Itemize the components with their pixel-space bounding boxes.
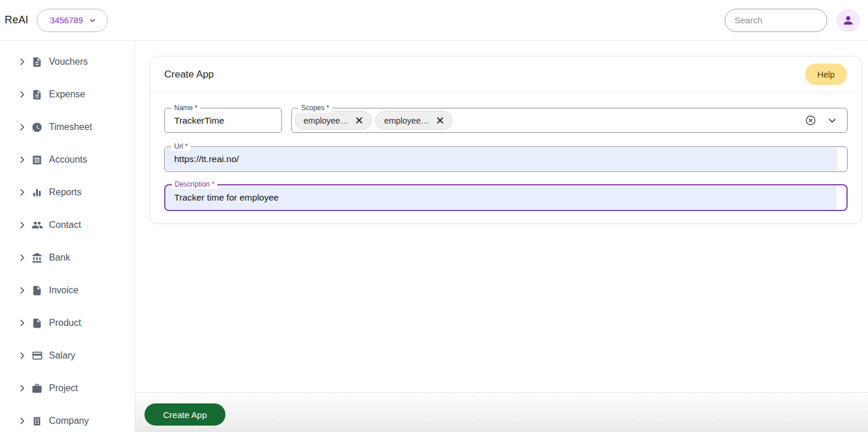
chevron-down-icon[interactable] (827, 115, 838, 126)
file-icon (31, 318, 43, 329)
url-field-label: Url * (171, 142, 190, 151)
user-avatar-icon (842, 14, 855, 27)
app-window: ReAI 3456789 Vouchers Expense (0, 0, 868, 432)
sidebar-item-label: Vouchers (49, 57, 88, 67)
document-icon (31, 89, 43, 100)
file-icon (31, 285, 43, 296)
sidebar-item-invoice[interactable]: Invoice (0, 274, 135, 307)
briefcase-icon (31, 383, 43, 394)
sidebar-item-label: Accounts (49, 154, 87, 165)
sidebar-item-product[interactable]: Product (0, 307, 135, 339)
main-content: Create App Help Name * Scopes * employee… (135, 41, 868, 432)
sidebar-item-label: Company (49, 416, 89, 426)
sidebar-item-label: Salary (49, 350, 75, 361)
credit-card-icon (31, 350, 43, 361)
close-icon[interactable] (354, 115, 364, 125)
chevron-right-icon (17, 57, 27, 66)
clear-circle-icon[interactable] (805, 114, 817, 127)
chevron-right-icon (17, 286, 27, 295)
app-logo: ReAI (5, 14, 29, 26)
chevron-right-icon (17, 188, 27, 197)
card-header: Create App Help (150, 57, 862, 93)
name-field: Name * (164, 108, 282, 133)
url-field: Url * (164, 146, 848, 172)
card-body: Name * Scopes * employee… employee… (150, 93, 862, 211)
description-field: Description * (164, 184, 848, 211)
building-icon (31, 416, 43, 427)
search-input[interactable] (735, 15, 817, 25)
chevron-right-icon (17, 253, 27, 262)
sidebar-item-label: Contact (49, 220, 81, 230)
account-number: 3456789 (50, 16, 83, 25)
sidebar-item-accounts[interactable]: Accounts (0, 143, 135, 176)
name-field-label: Name * (171, 104, 200, 113)
create-app-card: Create App Help Name * Scopes * employee… (150, 56, 862, 224)
action-footer: Create App (135, 392, 868, 432)
chevron-right-icon (17, 122, 27, 132)
sidebar-item-label: Project (49, 383, 78, 394)
scope-chip[interactable]: employee… (295, 111, 372, 130)
sidebar-item-project[interactable]: Project (0, 372, 135, 405)
sidebar-item-timesheet[interactable]: Timesheet (0, 111, 135, 143)
sidebar-item-label: Invoice (49, 285, 79, 296)
description-input[interactable] (166, 186, 837, 209)
form-row-top: Name * Scopes * employee… employee… (164, 108, 848, 133)
user-avatar[interactable] (837, 9, 860, 32)
bar-chart-icon (31, 187, 43, 198)
scopes-field[interactable]: Scopes * employee… employee… (291, 108, 848, 133)
chevron-right-icon (17, 155, 27, 164)
description-field-label: Description * (172, 180, 217, 189)
url-input[interactable] (165, 147, 837, 171)
sidebar-item-expense[interactable]: Expense (0, 78, 135, 111)
chevron-down-icon (89, 16, 97, 24)
create-app-button[interactable]: Create App (144, 403, 225, 426)
sidebar: Vouchers Expense Timesheet Accounts Repo… (0, 41, 135, 432)
sidebar-item-vouchers[interactable]: Vouchers (0, 45, 135, 78)
search-box[interactable] (725, 9, 827, 32)
sidebar-item-contact[interactable]: Contact (0, 209, 135, 241)
scope-chip[interactable]: employee… (375, 111, 452, 130)
sidebar-item-bank[interactable]: Bank (0, 241, 135, 274)
sidebar-item-company[interactable]: Company (0, 405, 135, 432)
page-title: Create App (164, 69, 214, 80)
sidebar-item-salary[interactable]: Salary (0, 339, 135, 372)
sidebar-item-label: Bank (49, 252, 70, 263)
scopes-field-label: Scopes * (298, 104, 332, 113)
people-icon (31, 219, 43, 231)
top-header: ReAI 3456789 (0, 0, 868, 41)
account-dropdown[interactable]: 3456789 (37, 9, 108, 32)
chevron-right-icon (17, 90, 27, 99)
sidebar-item-label: Timesheet (49, 122, 92, 132)
sidebar-item-label: Expense (49, 89, 85, 100)
clock-icon (31, 122, 43, 133)
close-icon[interactable] (435, 115, 445, 125)
receipt-icon (31, 154, 43, 166)
sidebar-item-reports[interactable]: Reports (0, 176, 135, 209)
chevron-right-icon (17, 351, 27, 360)
chevron-right-icon (17, 416, 27, 426)
scopes-controls (805, 114, 838, 127)
sidebar-item-label: Reports (49, 187, 82, 198)
scope-chip-label: employee… (304, 116, 348, 125)
chevron-right-icon (17, 318, 27, 328)
sidebar-item-label: Product (49, 318, 81, 328)
help-button[interactable]: Help (805, 64, 847, 85)
bank-icon (31, 252, 43, 264)
scope-chip-label: employee… (384, 116, 429, 125)
chevron-right-icon (17, 220, 27, 230)
chevron-right-icon (17, 384, 27, 393)
document-icon (31, 57, 43, 68)
